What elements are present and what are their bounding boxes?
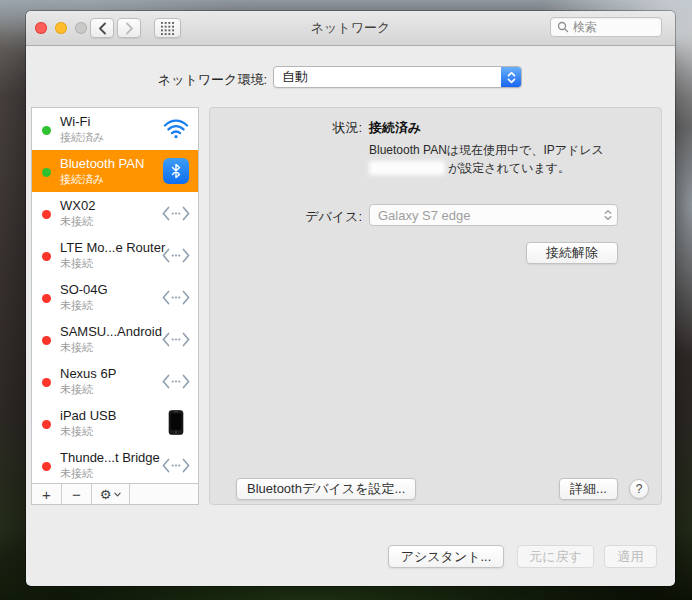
interface-name: iPad USB: [60, 409, 160, 424]
network-environment-select[interactable]: 自動: [273, 66, 522, 88]
status-dot-disconnected: [42, 294, 51, 303]
interface-status: 未接続: [60, 467, 160, 480]
interface-name: Nexus 6P: [60, 367, 160, 382]
wifi-icon: [160, 119, 192, 139]
network-environment-label: ネットワーク環境:: [158, 71, 267, 89]
chevron-left-icon: [98, 22, 107, 35]
sidebar-item-bluetooth-pan[interactable]: Bluetooth PAN 接続済み: [32, 150, 198, 192]
action-menu-button[interactable]: ⚙: [92, 484, 130, 504]
status-dot-disconnected: [42, 462, 51, 471]
interface-status: 未接続: [60, 299, 160, 312]
device-select[interactable]: Galaxy S7 edge: [369, 204, 618, 226]
help-button[interactable]: ?: [629, 479, 649, 499]
status-dot-disconnected: [42, 378, 51, 387]
sidebar-item-nexus-6p[interactable]: Nexus 6P 未接続: [32, 360, 198, 402]
back-button[interactable]: [90, 18, 114, 38]
add-interface-button[interactable]: +: [32, 484, 62, 504]
remove-interface-button[interactable]: −: [62, 484, 92, 504]
interface-name: LTE Mo...e Router: [60, 241, 160, 256]
network-environment-value: 自動: [274, 68, 501, 86]
interface-name: Bluetooth PAN: [60, 157, 160, 172]
revert-button: 元に戻す: [517, 545, 594, 568]
status-dot-disconnected: [42, 336, 51, 345]
interface-list: Wi-Fi 接続済み Bluetooth PAN 接続済み: [31, 107, 199, 505]
zoom-button: [75, 22, 87, 34]
status-dot-disconnected: [42, 252, 51, 261]
disconnect-button[interactable]: 接続解除: [526, 242, 618, 264]
interface-name: Thunde...t Bridge: [60, 451, 160, 466]
device-label: デバイス:: [210, 208, 362, 226]
interface-status: 未接続: [60, 341, 160, 354]
mobile-device-icon: [160, 410, 192, 436]
chevron-down-icon: [114, 492, 121, 497]
pan-link-icon: [160, 373, 192, 390]
grid-icon: [161, 22, 174, 35]
traffic-lights: [35, 22, 87, 34]
popup-arrows-icon: [599, 209, 617, 221]
status-description: Bluetooth PANは現在使用中で、IPアドレス が設定されています。: [369, 141, 649, 177]
interface-rows: Wi-Fi 接続済み Bluetooth PAN 接続済み: [32, 108, 198, 484]
status-description-line2: が設定されています。: [448, 159, 570, 177]
pan-link-icon: [160, 247, 192, 264]
pan-link-icon: [160, 331, 192, 348]
setup-bluetooth-button[interactable]: Bluetoothデバイスを設定...: [236, 478, 416, 500]
sidebar-item-wx02[interactable]: WX02 未接続: [32, 192, 198, 234]
interface-name: SAMSU...Android: [60, 325, 160, 340]
search-placeholder: 検索: [573, 19, 597, 36]
interface-status: 未接続: [60, 425, 160, 438]
title-bar[interactable]: ネットワーク 検索: [26, 11, 675, 46]
interface-status: 未接続: [60, 215, 160, 228]
detail-panel: 状況: 接続済み Bluetooth PANは現在使用中で、IPアドレス が設定…: [209, 107, 662, 505]
apply-button: 適用: [604, 545, 657, 568]
status-dot-disconnected: [42, 420, 51, 429]
interface-status: 未接続: [60, 383, 160, 396]
sidebar-item-lte-router[interactable]: LTE Mo...e Router 未接続: [32, 234, 198, 276]
redacted-ip-address: [369, 161, 445, 175]
minimize-button[interactable]: [55, 22, 67, 34]
sidebar-item-so04g[interactable]: SO-04G 未接続: [32, 276, 198, 318]
device-value: Galaxy S7 edge: [370, 208, 599, 223]
popup-arrows-icon: [501, 67, 521, 87]
interface-status: 未接続: [60, 257, 160, 270]
advanced-button[interactable]: 詳細...: [559, 478, 618, 500]
toolbar-filler: [130, 484, 198, 504]
close-button[interactable]: [35, 22, 47, 34]
search-input[interactable]: 検索: [550, 17, 662, 37]
status-dot-connected: [42, 126, 51, 135]
sidebar-item-ipad-usb[interactable]: iPad USB 未接続: [32, 402, 198, 444]
status-dot-disconnected: [42, 210, 51, 219]
gear-icon: ⚙: [100, 488, 112, 501]
sidebar-item-samsung-android[interactable]: SAMSU...Android 未接続: [32, 318, 198, 360]
sidebar-item-wifi[interactable]: Wi-Fi 接続済み: [32, 108, 198, 150]
interface-status: 接続済み: [60, 131, 160, 144]
status-description-line1: Bluetooth PANは現在使用中で、IPアドレス: [369, 141, 649, 159]
list-toolbar: + − ⚙: [32, 483, 198, 504]
show-all-button[interactable]: [154, 18, 181, 38]
assistant-button[interactable]: アシスタント...: [388, 545, 504, 568]
interface-name: WX02: [60, 199, 160, 214]
sidebar-item-thunderbolt-bridge[interactable]: Thunde...t Bridge 未接続: [32, 444, 198, 484]
status-dot-connected: [42, 168, 51, 177]
interface-status: 接続済み: [60, 173, 160, 186]
pan-link-icon: [160, 205, 192, 222]
interface-name: Wi-Fi: [60, 115, 160, 130]
network-preferences-window: ネットワーク 検索 ネットワーク環境: 自動 Wi-Fi 接続済み: [26, 11, 675, 586]
forward-button: [117, 18, 141, 38]
search-icon: [557, 21, 569, 33]
status-value: 接続済み: [369, 119, 421, 137]
interface-name: SO-04G: [60, 283, 160, 298]
chevron-right-icon: [125, 22, 134, 35]
pan-link-icon: [160, 289, 192, 306]
bluetooth-icon: [163, 158, 189, 184]
pan-link-icon: [160, 457, 192, 474]
status-label: 状況:: [210, 119, 362, 137]
